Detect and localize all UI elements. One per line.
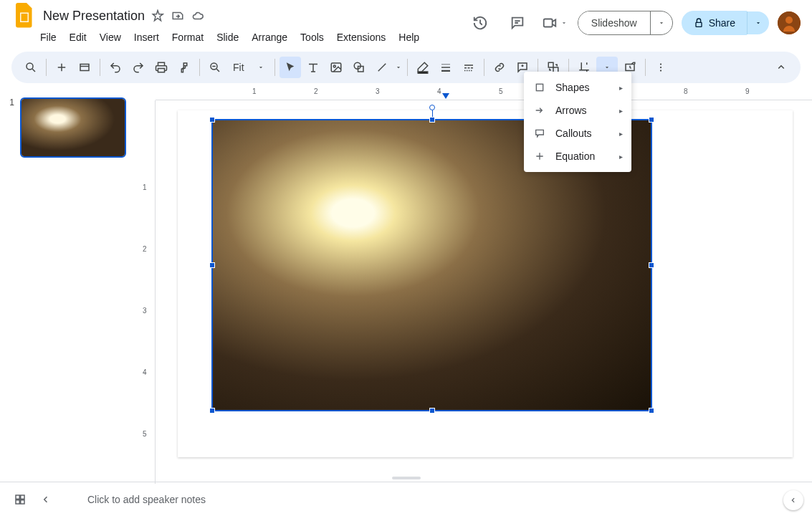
svg-rect-1 bbox=[696, 22, 702, 27]
svg-point-3 bbox=[785, 16, 793, 24]
shape-icon[interactable] bbox=[348, 57, 370, 78]
line-icon[interactable] bbox=[371, 57, 393, 78]
textbox-icon[interactable] bbox=[302, 57, 324, 78]
mask-shape-menu: Shapes ▸ Arrows ▸ Callouts ▸ Equation ▸ bbox=[524, 72, 631, 172]
equation-icon bbox=[532, 149, 547, 163]
ruler-marker[interactable] bbox=[442, 93, 449, 99]
slides-logo[interactable] bbox=[11, 3, 37, 29]
image-icon[interactable] bbox=[325, 57, 347, 78]
chevron-right-icon: ▸ bbox=[619, 107, 623, 115]
slideshow-dropdown[interactable] bbox=[650, 11, 672, 34]
menu-view[interactable]: View bbox=[94, 29, 127, 46]
print-icon[interactable] bbox=[151, 57, 172, 78]
svg-rect-21 bbox=[467, 70, 468, 72]
paint-format-icon[interactable] bbox=[173, 57, 195, 78]
slideshow-button[interactable]: Slideshow bbox=[578, 11, 650, 34]
share-dropdown[interactable] bbox=[747, 11, 769, 34]
notes-resize-handle[interactable] bbox=[392, 477, 421, 479]
svg-rect-23 bbox=[471, 70, 472, 72]
chevron-right-icon: ▸ bbox=[619, 130, 623, 138]
svg-point-29 bbox=[660, 70, 661, 71]
toolbar: Fit bbox=[11, 52, 801, 83]
line-dropdown[interactable] bbox=[394, 64, 403, 71]
svg-rect-24 bbox=[548, 62, 553, 67]
collapse-toolbar-icon[interactable] bbox=[770, 57, 792, 78]
resize-handle-bl[interactable] bbox=[209, 408, 215, 414]
svg-rect-20 bbox=[464, 70, 466, 72]
history-icon[interactable] bbox=[466, 9, 495, 37]
svg-point-9 bbox=[333, 65, 335, 67]
svg-point-4 bbox=[27, 63, 33, 70]
redo-icon[interactable] bbox=[128, 57, 149, 78]
menu-format[interactable]: Format bbox=[166, 29, 209, 46]
menu-insert[interactable]: Insert bbox=[128, 29, 165, 46]
menu-extensions[interactable]: Extensions bbox=[331, 29, 391, 46]
chevron-down-icon bbox=[257, 64, 264, 71]
menu-file[interactable]: File bbox=[34, 29, 62, 46]
svg-rect-18 bbox=[468, 67, 470, 69]
callout-icon bbox=[532, 126, 547, 140]
document-title[interactable]: New Presentation bbox=[43, 9, 145, 24]
move-icon[interactable] bbox=[171, 9, 185, 23]
svg-rect-30 bbox=[536, 84, 543, 90]
menu-tools[interactable]: Tools bbox=[295, 29, 330, 46]
horizontal-ruler[interactable]: 1 2 3 4 5 6 7 8 9 bbox=[156, 86, 812, 100]
svg-rect-22 bbox=[469, 70, 470, 72]
border-weight-icon[interactable] bbox=[435, 57, 457, 78]
square-icon bbox=[532, 80, 547, 95]
new-slide-icon[interactable] bbox=[51, 57, 72, 78]
menu-callouts[interactable]: Callouts ▸ bbox=[524, 122, 631, 145]
svg-rect-15 bbox=[441, 70, 450, 72]
menu-shapes[interactable]: Shapes ▸ bbox=[524, 76, 631, 99]
border-color-icon[interactable] bbox=[412, 57, 434, 78]
rotate-handle[interactable] bbox=[429, 105, 435, 110]
border-dash-icon[interactable] bbox=[458, 57, 479, 78]
select-tool-icon[interactable] bbox=[280, 57, 301, 78]
svg-rect-19 bbox=[471, 67, 473, 69]
menu-slide[interactable]: Slide bbox=[211, 29, 244, 46]
share-button[interactable]: Share bbox=[682, 11, 747, 35]
resize-handle-tl[interactable] bbox=[209, 117, 215, 123]
menu-equation[interactable]: Equation ▸ bbox=[524, 145, 631, 168]
slide-thumbnail[interactable]: 1 bbox=[6, 97, 134, 158]
meet-icon[interactable] bbox=[540, 9, 569, 37]
new-slide-dropdown[interactable] bbox=[74, 57, 95, 78]
resize-handle-bm[interactable] bbox=[429, 408, 435, 414]
zoom-value: Fit bbox=[233, 62, 244, 73]
user-avatar[interactable] bbox=[778, 11, 801, 34]
chevron-right-icon: ▸ bbox=[619, 153, 623, 161]
link-icon[interactable] bbox=[489, 57, 510, 78]
zoom-select[interactable]: Fit bbox=[227, 59, 270, 76]
menu-edit[interactable]: Edit bbox=[64, 29, 92, 46]
svg-point-27 bbox=[660, 63, 661, 64]
resize-handle-ml[interactable] bbox=[209, 262, 215, 268]
svg-rect-5 bbox=[80, 64, 89, 71]
more-icon[interactable] bbox=[650, 57, 672, 78]
resize-handle-mr[interactable] bbox=[649, 262, 654, 268]
arrow-icon bbox=[532, 103, 547, 118]
comments-icon[interactable] bbox=[503, 9, 532, 37]
resize-handle-br[interactable] bbox=[649, 408, 654, 414]
slide-canvas[interactable] bbox=[178, 110, 793, 457]
search-icon[interactable] bbox=[20, 57, 42, 78]
svg-rect-17 bbox=[464, 67, 467, 69]
chevron-right-icon: ▸ bbox=[619, 84, 623, 92]
share-label: Share bbox=[709, 17, 735, 29]
resize-handle-tm[interactable] bbox=[429, 117, 435, 123]
svg-rect-12 bbox=[418, 72, 428, 73]
svg-rect-13 bbox=[441, 64, 450, 65]
star-icon[interactable] bbox=[151, 9, 165, 23]
cloud-status-icon[interactable] bbox=[191, 9, 205, 23]
menu-arrows[interactable]: Arrows ▸ bbox=[524, 99, 631, 122]
svg-rect-14 bbox=[441, 67, 450, 68]
canvas-area: 1 2 3 4 5 6 7 8 9 1 2 3 4 5 bbox=[140, 86, 812, 484]
menu-arrange[interactable]: Arrange bbox=[246, 29, 293, 46]
lock-icon bbox=[693, 17, 704, 29]
resize-handle-tr[interactable] bbox=[649, 117, 654, 123]
undo-icon[interactable] bbox=[105, 57, 126, 78]
vertical-ruler[interactable]: 1 2 3 4 5 bbox=[140, 100, 156, 484]
svg-point-28 bbox=[660, 67, 661, 68]
slide-number: 1 bbox=[6, 97, 14, 108]
menu-help[interactable]: Help bbox=[393, 29, 425, 46]
zoom-icon[interactable] bbox=[204, 57, 226, 78]
